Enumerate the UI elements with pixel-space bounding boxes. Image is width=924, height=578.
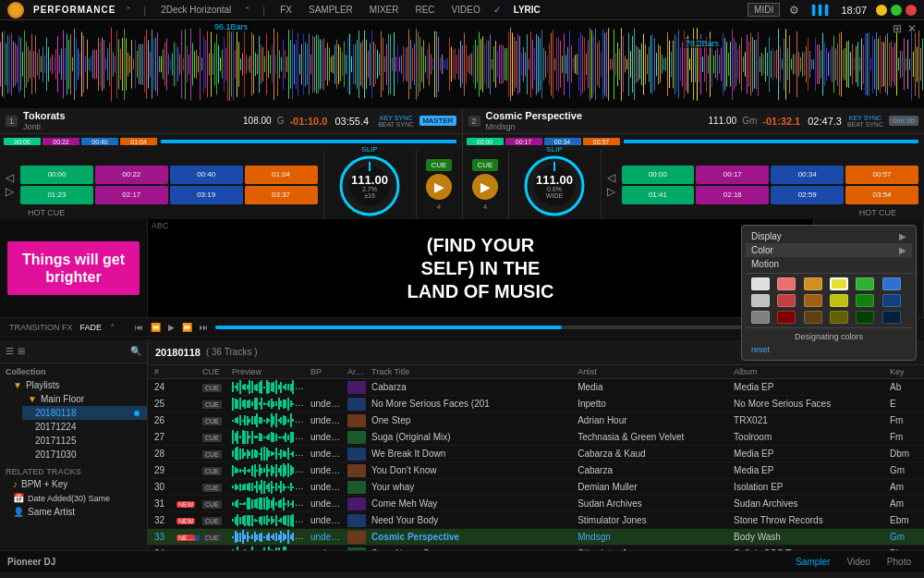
waveform-deck2[interactable]: 78.2Bars (462, 20, 924, 108)
track-row[interactable]: 27 CUE undefined Suga (Original Mix) Tec… (148, 429, 924, 446)
deck2-cue-pad-4[interactable]: 00:57 (845, 166, 918, 184)
maximize-btn[interactable] (891, 5, 902, 16)
sidebar-item-date-added[interactable]: 📅 Date Added(30) Same (0, 491, 147, 505)
sidebar-item-same-artist[interactable]: 👤 Same Artist (0, 505, 147, 519)
lyric-btn[interactable]: LYRIC (510, 4, 544, 16)
deck2-nav-prev[interactable]: ◁ (607, 171, 615, 184)
cue1-4[interactable]: 01:04 (120, 138, 157, 145)
sidebar-grid-icon[interactable]: ⊞ (18, 346, 25, 356)
cue2-2[interactable]: 00:17 (505, 138, 542, 145)
cue2-1[interactable]: 00:00 (467, 138, 504, 145)
sampler-btn[interactable]: SAMPLER (305, 4, 357, 16)
swatch-4-selected[interactable] (830, 277, 848, 290)
track-cue-btn[interactable]: CUE (200, 399, 229, 409)
track-cue-btn[interactable]: CUE (200, 465, 229, 475)
mixer-btn[interactable]: MIXER (366, 4, 403, 16)
swatch-11[interactable] (856, 294, 874, 307)
track-cue-btn[interactable]: CUE (200, 382, 229, 392)
deck2-cue-pad-8[interactable]: 03:54 (845, 186, 918, 204)
track-row[interactable]: 30 CUE undefined Your whay Demian Muller… (148, 479, 924, 496)
reset-btn[interactable]: reset (746, 343, 912, 356)
deck1-master-btn[interactable]: MASTER (419, 116, 456, 126)
settings-icon[interactable]: ⚙ (789, 4, 799, 17)
swatch-15[interactable] (804, 311, 822, 324)
performance-chevron[interactable]: ⌃ (125, 6, 132, 15)
col-key[interactable]: Key (887, 367, 920, 376)
track-row[interactable]: 26 CUE undefined One Step Adrian Hour TR… (148, 412, 924, 429)
track-row[interactable]: 31 NEW CUE undefined Come Meh Way Sudan … (148, 496, 924, 512)
cue1-2[interactable]: 00:22 (43, 138, 79, 145)
deck2-cue-pad-6[interactable]: 02:16 (696, 186, 769, 204)
deck2-cue-pad-3[interactable]: 00:34 (771, 166, 844, 184)
deck-mode-chevron[interactable]: ⌃ (244, 6, 251, 15)
col-artist[interactable]: Artist (575, 367, 731, 376)
col-cue[interactable]: CUE (200, 367, 229, 376)
transport-next-btn[interactable]: ⏭ (200, 323, 208, 332)
sidebar-item-20171224[interactable]: 20171224 (22, 420, 147, 434)
deck1-cue-pad-4[interactable]: 01:04 (245, 166, 318, 184)
swatch-10[interactable] (830, 294, 848, 307)
cue1-3[interactable]: 00:40 (81, 138, 118, 145)
swatch-16[interactable] (830, 311, 848, 324)
close-btn[interactable] (906, 5, 917, 16)
deck1-cue-pad-1[interactable]: 00:00 (20, 166, 93, 184)
swatch-12[interactable] (882, 294, 901, 307)
deck1-tempo-knob-container[interactable]: 111.00 2.7% ±16 (338, 154, 401, 217)
deck1-cue-pad-3[interactable]: 00:40 (170, 166, 243, 184)
motion-menu-item[interactable]: Motion (746, 257, 912, 271)
col-album[interactable]: Album (731, 367, 887, 376)
track-cue-btn[interactable]: CUE (200, 415, 229, 425)
deck2-cue-pad-2[interactable]: 00:17 (696, 166, 769, 184)
rec-btn[interactable]: REC (411, 4, 438, 16)
bottom-sampler[interactable]: Sampler (790, 555, 835, 569)
track-cue-btn[interactable]: CUE (200, 548, 229, 550)
transport-play-btn[interactable]: ▶ (168, 323, 175, 332)
swatch-3[interactable] (804, 277, 822, 290)
sidebar-item-20180118[interactable]: 20180118 (22, 406, 147, 420)
deck1-cue-pad-7[interactable]: 03:19 (170, 186, 243, 204)
swatch-17[interactable] (856, 311, 874, 324)
transport-fwd-btn[interactable]: ⏩ (182, 323, 192, 332)
track-cue-btn[interactable]: CUE (200, 532, 229, 542)
swatch-8[interactable] (777, 294, 796, 307)
cue2-4[interactable]: 00:57 (583, 138, 620, 145)
swatch-9[interactable] (804, 294, 822, 307)
swatch-5[interactable] (856, 277, 874, 290)
waveform-settings-icon[interactable]: ✕ (907, 22, 917, 35)
deck1-cue-pad-6[interactable]: 02:17 (95, 186, 168, 204)
sidebar-search-icon[interactable]: 🔍 (130, 346, 141, 356)
midi-btn[interactable]: MIDI (748, 3, 780, 17)
swatch-13[interactable] (751, 311, 770, 324)
transport-prev-btn[interactable]: ⏮ (135, 323, 143, 332)
sidebar-list-icon[interactable]: ☰ (6, 346, 14, 356)
video-btn[interactable]: VIDEO (448, 4, 484, 16)
deck2-cue-pad-7[interactable]: 02:59 (771, 186, 844, 204)
track-row[interactable]: 33 NEW2 CUE undefined Cosmic Perspective… (148, 529, 924, 546)
sidebar-item-20171030[interactable]: 20171030 (22, 448, 147, 461)
swatch-6[interactable] (882, 277, 901, 290)
deck1-cue-pad-8[interactable]: 03:37 (245, 186, 318, 204)
swatch-1[interactable] (751, 277, 770, 290)
track-row[interactable]: 29 CUE undefined You Don't Know Cabarza … (148, 462, 924, 479)
sidebar-item-playlists[interactable]: ▼ Playlists (0, 378, 147, 392)
deck1-nav-prev[interactable]: ◁ (6, 171, 14, 184)
bottom-video[interactable]: Video (841, 555, 875, 569)
deck-mode-btn[interactable]: 2Deck Horizontal (157, 4, 235, 16)
deck1-cue-btn[interactable]: CUE (426, 159, 453, 171)
track-row[interactable]: 34 NEW CUE undefined Soon Never Comes St… (148, 546, 924, 550)
color-menu-item[interactable]: Color ▶ (746, 243, 912, 257)
track-cue-btn[interactable]: CUE (200, 449, 229, 459)
swatch-14[interactable] (777, 311, 796, 324)
minimize-btn[interactable] (876, 5, 887, 16)
deck2-cue-pad-5[interactable]: 01:41 (622, 186, 695, 204)
cue1-1[interactable]: 00:00 (4, 138, 41, 145)
col-bp[interactable]: BP (308, 367, 345, 376)
track-cue-btn[interactable]: CUE (200, 432, 229, 442)
deck2-play-btn[interactable]: ▶ (472, 174, 498, 200)
transport-back-btn[interactable]: ⏪ (151, 323, 161, 332)
track-row[interactable]: 32 NEW CUE undefined Need Your Body Stim… (148, 512, 924, 529)
swatch-7[interactable] (751, 294, 770, 307)
col-title[interactable]: Track Title (369, 367, 575, 376)
deck2-tempo-knob-container[interactable]: 111.00 0.0% WIDE (523, 154, 586, 217)
deck2-cue-btn[interactable]: CUE (472, 159, 499, 171)
